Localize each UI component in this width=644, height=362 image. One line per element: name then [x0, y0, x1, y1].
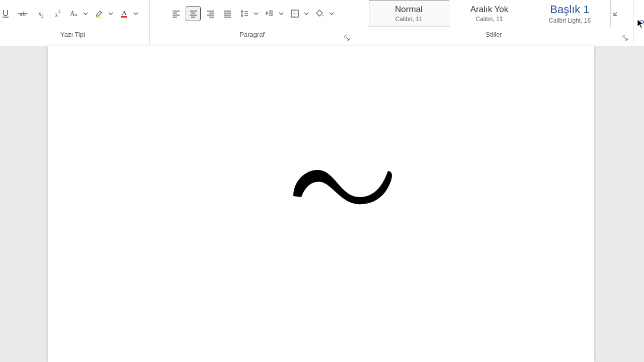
change-case-icon: A a	[68, 9, 79, 19]
strikethrough-icon: ab	[17, 9, 29, 19]
highlight-dropdown[interactable]	[107, 6, 115, 21]
font-group-label: Yazı Tipi	[60, 29, 85, 39]
strikethrough-button[interactable]: ab	[15, 6, 30, 21]
styles-dialog-launcher[interactable]	[622, 35, 630, 43]
chevron-down-icon	[304, 11, 309, 16]
chevron-down-icon	[254, 11, 259, 16]
font-color-button[interactable]: A	[117, 6, 132, 21]
change-case-dropdown[interactable]	[82, 6, 90, 21]
line-spacing-button[interactable]	[237, 6, 252, 21]
shading-dropdown[interactable]	[328, 6, 336, 21]
styles-more-icon	[611, 0, 619, 27]
dialog-launcher-icon	[622, 35, 629, 42]
styles-gallery-expand[interactable]	[610, 0, 619, 27]
style-desc: Calibri, 11	[395, 16, 422, 23]
font-color-dropdown[interactable]	[132, 6, 140, 21]
document-workspace	[0, 46, 644, 362]
align-center-button[interactable]	[186, 6, 201, 21]
justify-icon	[222, 9, 232, 19]
align-left-icon	[171, 9, 181, 19]
underline-icon	[1, 9, 11, 19]
superscript-button[interactable]: x 2	[49, 6, 64, 21]
paragraph-group: Paragraf	[149, 0, 355, 46]
chevron-down-icon	[329, 11, 334, 16]
align-center-icon	[188, 9, 198, 19]
style-name: Normal	[395, 5, 423, 15]
align-left-button[interactable]	[169, 6, 184, 21]
style-desc: Calibri, 11	[475, 16, 503, 23]
svg-text:x: x	[55, 11, 58, 18]
subscript-icon: x 2	[35, 9, 45, 19]
chevron-down-icon	[133, 11, 138, 16]
change-case-button[interactable]: A a	[66, 6, 82, 21]
align-right-icon	[205, 9, 215, 19]
justify-button[interactable]	[220, 6, 235, 21]
style-desc: Calibri Light, 16	[549, 17, 591, 24]
styles-group-label: Stiller	[486, 29, 502, 39]
svg-text:2: 2	[58, 9, 60, 14]
highlight-button[interactable]	[92, 6, 107, 21]
ribbon: ab x 2 x 2	[0, 0, 644, 46]
style-normal[interactable]: Normal Calibri, 11	[369, 0, 449, 27]
borders-icon	[290, 9, 300, 19]
font-color-icon: A	[119, 9, 129, 19]
paint-bucket-icon	[315, 9, 325, 19]
chevron-down-icon	[108, 11, 113, 16]
borders-dropdown[interactable]	[302, 6, 310, 21]
style-no-spacing[interactable]: Aralık Yok Calibri, 11	[449, 0, 530, 27]
chevron-down-icon	[279, 11, 284, 16]
svg-text:a: a	[75, 11, 77, 17]
svg-rect-11	[121, 16, 127, 18]
style-name: Aralık Yok	[470, 5, 509, 15]
indent-button[interactable]	[262, 6, 277, 21]
chevron-down-icon	[83, 11, 88, 16]
document-page[interactable]	[48, 46, 594, 362]
tilde-shape[interactable]	[289, 160, 395, 205]
svg-text:2: 2	[41, 14, 43, 19]
styles-group: Normal Calibri, 11 Aralık Yok Calibri, 1…	[355, 0, 633, 46]
line-spacing-dropdown[interactable]	[252, 6, 260, 21]
indent-icon	[265, 9, 275, 19]
style-name: Başlık 1	[550, 3, 589, 16]
font-group: ab x 2 x 2	[0, 0, 149, 46]
superscript-icon: x 2	[52, 9, 62, 19]
highlight-icon	[94, 9, 104, 19]
style-heading-1[interactable]: Başlık 1 Calibri Light, 16	[530, 0, 610, 27]
paragraph-dialog-launcher[interactable]	[344, 35, 352, 43]
line-spacing-icon	[239, 9, 250, 19]
shading-button[interactable]	[312, 6, 328, 21]
borders-button[interactable]	[287, 6, 302, 21]
paragraph-group-label: Paragraf	[239, 29, 265, 39]
svg-text:A: A	[122, 9, 127, 17]
align-right-button[interactable]	[203, 6, 218, 21]
indent-dropdown[interactable]	[277, 6, 285, 21]
underline-button[interactable]	[0, 6, 13, 21]
svg-rect-9	[96, 17, 102, 18]
mouse-cursor-icon	[637, 19, 644, 29]
dialog-launcher-icon	[344, 35, 351, 42]
subscript-button[interactable]: x 2	[32, 6, 47, 21]
